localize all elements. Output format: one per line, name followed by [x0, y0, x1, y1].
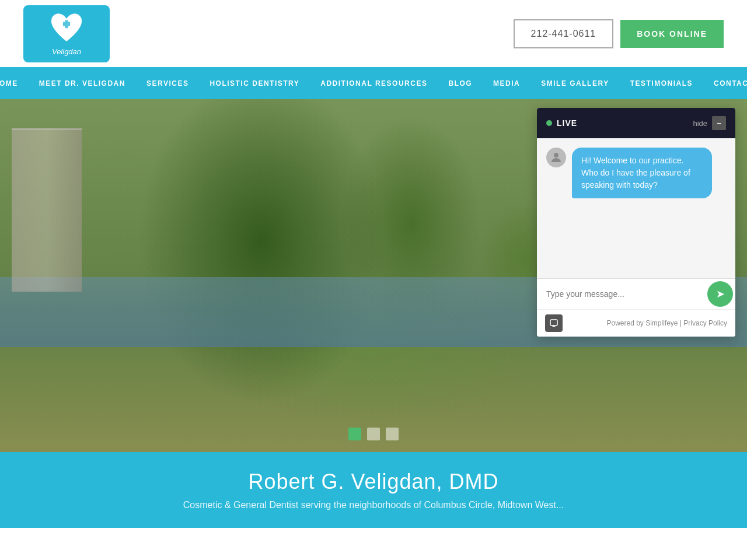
nav-item-gallery[interactable]: SMILE GALLERY — [530, 79, 619, 88]
svg-rect-1 — [550, 320, 557, 326]
nav-item-home[interactable]: HOME — [0, 79, 29, 88]
svg-point-0 — [554, 153, 558, 158]
chat-input-area: ➤ — [537, 278, 735, 309]
chat-message-1: Hi! Welcome to our practice. Who do I ha… — [546, 148, 726, 198]
chat-message-bubble: Hi! Welcome to our practice. Who do I ha… — [572, 148, 712, 198]
chat-header: LIVE hide − — [537, 108, 735, 138]
nav-item-meet[interactable]: MEET DR. VELIGDAN — [29, 79, 136, 88]
hero-building — [12, 128, 82, 292]
live-label: LIVE — [557, 118, 577, 128]
chat-brand-icon — [549, 318, 558, 328]
doctor-description: Cosmetic & General Dentist serving the n… — [23, 500, 724, 510]
nav-item-holistic[interactable]: HOLISTIC DENTISTRY — [199, 79, 310, 88]
nav-item-resources[interactable]: ADDITIONAL RESOURCES — [310, 79, 438, 88]
nav-item-contact[interactable]: CONTACT — [703, 79, 747, 88]
chat-minimize-button[interactable]: − — [712, 116, 726, 130]
book-online-button[interactable]: BOOK ONLINE — [620, 20, 724, 48]
chat-footer-text: Powered by Simplifeye | Privacy Policy — [606, 319, 727, 327]
chat-agent-avatar — [546, 148, 566, 167]
avatar-icon — [549, 150, 563, 164]
logo[interactable]: Veligdan — [23, 5, 110, 62]
chat-messages: Hi! Welcome to our practice. Who do I ha… — [537, 138, 735, 278]
main-nav: HOME MEET DR. VELIGDAN SERVICES HOLISTIC… — [0, 67, 747, 99]
chat-widget: LIVE hide − Hi! Welcome to our practice.… — [537, 108, 735, 337]
live-indicator-dot — [546, 120, 552, 126]
logo-text: Veligdan — [52, 47, 81, 56]
nav-item-blog[interactable]: BLOG — [438, 79, 483, 88]
phone-button[interactable]: 212-441-0611 — [514, 19, 614, 48]
chat-hide-controls: hide − — [693, 116, 726, 130]
bottom-section: Robert G. Veligdan, DMD Cosmetic & Gener… — [0, 452, 747, 528]
chat-live-status: LIVE — [546, 118, 577, 128]
chat-send-button[interactable]: ➤ — [707, 281, 733, 307]
chat-hide-label[interactable]: hide — [693, 119, 707, 128]
header: Veligdan 212-441-0611 BOOK ONLINE — [0, 0, 747, 67]
doctor-name: Robert G. Veligdan, DMD — [23, 470, 724, 494]
nav-item-services[interactable]: SERVICES — [136, 79, 199, 88]
logo-icon — [46, 11, 87, 46]
chat-footer-icon — [545, 314, 563, 332]
header-actions: 212-441-0611 BOOK ONLINE — [514, 19, 724, 48]
logo-container: Veligdan — [23, 5, 110, 62]
hero-section: LIVE hide − Hi! Welcome to our practice.… — [0, 99, 747, 452]
slide-indicators — [348, 428, 399, 440]
slide-dot-1[interactable] — [348, 428, 361, 440]
nav-items: HOME MEET DR. VELIGDAN SERVICES HOLISTIC… — [0, 79, 747, 88]
chat-footer: Powered by Simplifeye | Privacy Policy — [537, 309, 735, 337]
slide-dot-2[interactable] — [367, 428, 380, 440]
slide-dot-3[interactable] — [386, 428, 399, 440]
nav-item-media[interactable]: MEDIA — [483, 79, 530, 88]
chat-input[interactable] — [537, 280, 707, 308]
nav-item-testimonials[interactable]: TESTIMONIALS — [620, 79, 703, 88]
